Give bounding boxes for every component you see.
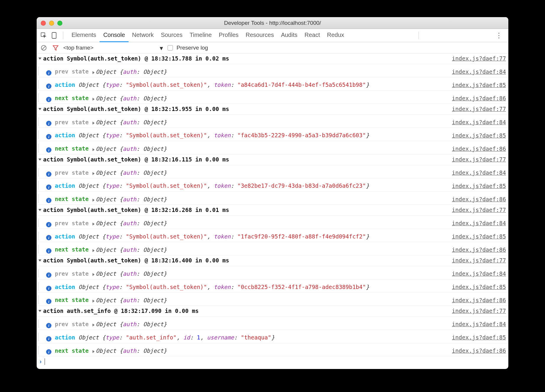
- console-output: action Symbol(auth.set_token) @ 18:32:15…: [37, 53, 508, 356]
- source-link[interactable]: index.js?daef:85: [449, 333, 506, 342]
- tab-resources[interactable]: Resources: [242, 29, 278, 42]
- source-link[interactable]: index.js?daef:86: [449, 347, 506, 355]
- devtools-window: Developer Tools - http://localhost:7000/…: [37, 17, 508, 369]
- filter-icon[interactable]: [51, 44, 60, 52]
- window-title: Developer Tools - http://localhost:7000/: [37, 20, 508, 26]
- log-prev-state[interactable]: i prev state Object {auth: Object}: [38, 318, 449, 329]
- info-icon: i: [46, 248, 51, 254]
- log-prev-state[interactable]: i prev state Object {auth: Object}: [38, 116, 449, 127]
- tab-timeline[interactable]: Timeline: [186, 29, 215, 42]
- log-action[interactable]: i action Object {type: "Symbol(auth.set_…: [38, 230, 449, 241]
- log-prev-state[interactable]: i prev state Object {auth: Object}: [38, 166, 449, 177]
- source-link[interactable]: index.js?daef:77: [449, 206, 506, 214]
- source-link[interactable]: index.js?daef:84: [449, 118, 506, 127]
- tab-console[interactable]: Console: [100, 29, 128, 42]
- source-link[interactable]: index.js?daef:86: [449, 195, 506, 204]
- source-link[interactable]: index.js?daef:85: [449, 182, 506, 190]
- traffic-lights: [41, 21, 62, 26]
- tab-react[interactable]: React: [301, 29, 323, 42]
- info-icon: i: [46, 172, 51, 177]
- info-icon: i: [46, 97, 51, 102]
- source-link[interactable]: index.js?daef:85: [449, 81, 506, 89]
- source-link[interactable]: index.js?daef:86: [449, 145, 506, 153]
- inspect-icon[interactable]: [40, 31, 48, 40]
- info-icon: i: [46, 349, 51, 355]
- source-link[interactable]: index.js?daef:86: [449, 296, 506, 305]
- info-icon: i: [46, 184, 51, 190]
- zoom-icon[interactable]: [57, 21, 62, 26]
- log-group-header[interactable]: action Symbol(auth.set_token) @ 18:32:16…: [38, 256, 449, 265]
- source-link[interactable]: index.js?daef:77: [449, 256, 506, 265]
- info-icon: i: [46, 147, 51, 153]
- title-bar: Developer Tools - http://localhost:7000/: [37, 17, 508, 29]
- log-action[interactable]: i action Object {type: "Symbol(auth.set_…: [38, 280, 449, 292]
- info-icon: i: [46, 286, 51, 291]
- log-group-header[interactable]: action Symbol(auth.set_token) @ 18:32:16…: [38, 206, 449, 214]
- source-link[interactable]: index.js?daef:86: [449, 94, 506, 103]
- log-action[interactable]: i action Object {type: "Symbol(auth.set_…: [38, 129, 449, 140]
- context-label: <top frame>: [63, 45, 93, 51]
- close-icon[interactable]: [41, 21, 46, 26]
- source-link[interactable]: index.js?daef:77: [449, 307, 506, 315]
- log-group-header[interactable]: action Symbol(auth.set_token) @ 18:32:15…: [38, 105, 449, 113]
- source-link[interactable]: index.js?daef:77: [449, 105, 506, 113]
- log-prev-state[interactable]: i prev state Object {auth: Object}: [38, 267, 449, 278]
- log-prev-state[interactable]: i prev state Object {auth: Object}: [38, 217, 449, 228]
- preserve-log-label: Preserve log: [176, 45, 208, 51]
- tab-audits[interactable]: Audits: [278, 29, 301, 42]
- source-link[interactable]: index.js?daef:84: [449, 320, 506, 329]
- log-next-state[interactable]: i next state Object {auth: Object}: [38, 192, 449, 204]
- log-group-header[interactable]: action Symbol(auth.set_token) @ 18:32:15…: [38, 54, 449, 63]
- console-prompt[interactable]: ›: [37, 356, 508, 369]
- log-action[interactable]: i action Object {type: "Symbol(auth.set_…: [38, 179, 449, 190]
- minimize-icon[interactable]: [49, 21, 54, 26]
- preserve-log-checkbox[interactable]: [168, 45, 173, 50]
- svg-line-3: [42, 46, 46, 49]
- clear-console-icon[interactable]: [40, 44, 48, 52]
- log-group-header[interactable]: action auth.set_info @ 18:32:17.090 in 0…: [38, 307, 449, 315]
- tab-profiles[interactable]: Profiles: [215, 29, 242, 42]
- source-link[interactable]: index.js?daef:86: [449, 246, 506, 254]
- context-selector[interactable]: <top frame> ▼: [63, 45, 164, 51]
- source-link[interactable]: index.js?daef:84: [449, 169, 506, 177]
- info-icon: i: [46, 84, 51, 89]
- source-link[interactable]: index.js?daef:85: [449, 283, 506, 291]
- prompt-caret-icon: ›: [40, 358, 42, 365]
- source-link[interactable]: index.js?daef:85: [449, 232, 506, 241]
- source-link[interactable]: index.js?daef:77: [449, 54, 506, 63]
- source-link[interactable]: index.js?daef:84: [449, 68, 506, 76]
- device-toggle-icon[interactable]: [50, 31, 58, 40]
- log-prev-state[interactable]: i prev state Object {auth: Object}: [38, 65, 449, 76]
- log-action[interactable]: i action Object {type: "auth.set_info", …: [38, 331, 449, 342]
- log-next-state[interactable]: i next state Object {auth: Object}: [38, 92, 449, 103]
- tab-redux[interactable]: Redux: [324, 29, 348, 42]
- info-icon: i: [46, 323, 51, 328]
- source-link[interactable]: index.js?daef:84: [449, 219, 506, 228]
- source-link[interactable]: index.js?daef:84: [449, 270, 506, 278]
- log-action[interactable]: i action Object {type: "Symbol(auth.set_…: [38, 78, 449, 89]
- info-icon: i: [46, 70, 51, 76]
- tab-network[interactable]: Network: [129, 29, 157, 42]
- tab-elements[interactable]: Elements: [68, 29, 100, 42]
- info-icon: i: [46, 134, 51, 139]
- info-icon: i: [46, 272, 51, 278]
- text-cursor: [45, 358, 45, 365]
- divider: [63, 32, 63, 39]
- info-icon: i: [46, 299, 51, 304]
- log-next-state[interactable]: i next state Object {auth: Object}: [38, 344, 449, 355]
- log-next-state[interactable]: i next state Object {auth: Object}: [38, 293, 449, 305]
- log-next-state[interactable]: i next state Object {auth: Object}: [38, 243, 449, 254]
- tabs: ElementsConsoleNetworkSourcesTimelinePro…: [68, 29, 348, 42]
- log-next-state[interactable]: i next state Object {auth: Object}: [38, 142, 449, 153]
- log-group-header[interactable]: action Symbol(auth.set_token) @ 18:32:16…: [38, 155, 449, 164]
- chevron-down-icon: ▼: [158, 45, 164, 52]
- source-link[interactable]: index.js?daef:77: [449, 155, 506, 164]
- filter-row: <top frame> ▼ Preserve log: [37, 42, 508, 53]
- source-link[interactable]: index.js?daef:85: [449, 131, 506, 140]
- overflow-menu-icon[interactable]: ⋮: [492, 31, 505, 40]
- divider: [419, 32, 419, 39]
- info-icon: i: [46, 235, 51, 240]
- info-icon: i: [46, 198, 51, 203]
- tab-sources[interactable]: Sources: [157, 29, 186, 42]
- svg-rect-1: [52, 32, 56, 38]
